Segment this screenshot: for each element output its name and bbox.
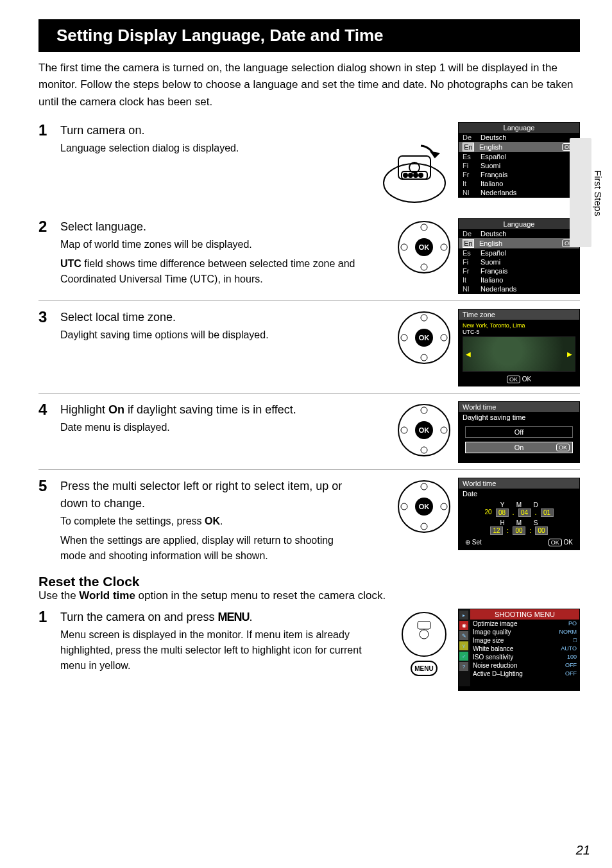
menu-value: OFF [565, 662, 577, 669]
lang-name: Français [480, 171, 507, 178]
menu-key: Noise reduction [473, 662, 517, 669]
lang-row: DeDeutsch [459, 229, 579, 238]
lang-name: Suomi [480, 162, 500, 169]
step-5-body1: To complete the settings, press OK. [60, 514, 362, 529]
lcd-tz-title: Time zone [459, 309, 579, 320]
menu-value: AUTO [561, 645, 577, 652]
multi-selector-ok-icon: OK [395, 401, 453, 459]
menu-button-label: MENU [217, 611, 249, 623]
lang-row: FiSuomi [459, 257, 579, 266]
svg-point-37 [402, 612, 446, 656]
svg-point-20 [421, 354, 427, 361]
step-number: 2 [38, 218, 60, 294]
lcd-title: World time [459, 478, 579, 489]
svg-point-39 [420, 630, 429, 639]
menu-key: Image quality [473, 629, 511, 636]
lcd-sub: Date [459, 489, 579, 499]
svg-text:OK: OK [419, 334, 430, 342]
side-tab [570, 138, 591, 247]
minute-value: 00 [513, 526, 525, 535]
menu-row: ISO sensitivity100 [470, 653, 579, 661]
rt-pre: Turn the camera on and press [60, 611, 217, 623]
menu-tabs-icon: ▸ ◉ ✎ Y ✓ ? [459, 609, 470, 686]
lang-code: Nl [463, 189, 475, 196]
svg-point-35 [401, 503, 407, 510]
t-post: if daylight saving time is in effect. [124, 403, 296, 416]
arrow-right-icon: ▶ [567, 351, 572, 358]
year-value: 08 [496, 508, 509, 517]
reset-pre: Use the [38, 589, 79, 602]
lang-row: FrFrançais [459, 170, 579, 179]
t-pre: Highlight [60, 403, 108, 416]
arrow-left-icon: ◀ [466, 351, 471, 358]
menu-value: 100 [567, 654, 577, 661]
set-label: ⊕ Set [465, 539, 482, 546]
lang-row: FrFrançais [459, 266, 579, 275]
svg-point-12 [421, 224, 427, 230]
step-4: 4 Highlight On if daylight saving time i… [38, 401, 580, 463]
rt-post: . [249, 611, 252, 623]
lang-code: De [463, 134, 475, 141]
reset-step-1-title: Turn the camera on and press MENU. [60, 609, 362, 626]
shoot-title: SHOOTING MENU [470, 609, 579, 620]
menu-button-icon: MENU [395, 609, 453, 679]
lang-row: ItItaliano [459, 275, 579, 284]
lang-name: Nederlands [480, 189, 516, 196]
svg-point-28 [401, 427, 407, 433]
lang-name: English [479, 143, 502, 151]
divider [38, 300, 580, 301]
on-label: On [514, 444, 524, 451]
tz-utc: UTC-5 [463, 329, 575, 335]
side-label: First Steps [593, 170, 604, 216]
svg-point-29 [441, 427, 447, 433]
svg-point-26 [421, 407, 427, 413]
step-number: 3 [38, 309, 60, 386]
step-number: 4 [38, 401, 60, 463]
lang-name: English [479, 239, 502, 247]
reset-step-1-body: Menu screen is displayed in the monitor.… [60, 627, 362, 673]
reset-heading: Reset the Clock [38, 574, 580, 589]
step-4-body: Date menu is displayed. [60, 420, 362, 435]
step-1-body: Language selection dialog is displayed. [60, 141, 362, 156]
divider [38, 393, 580, 394]
svg-marker-3 [431, 152, 439, 157]
lang-code: It [463, 276, 475, 284]
tz-location: New York, Toronto, Lima [463, 322, 575, 329]
menu-key: Image size [473, 637, 504, 644]
lang-row: EnEnglishOK [459, 238, 579, 248]
tab-play-icon: ▸ [459, 611, 468, 620]
svg-point-19 [421, 315, 427, 321]
lang-row: FiSuomi [459, 161, 579, 170]
svg-text:OK: OK [419, 243, 430, 251]
s-label: S [529, 519, 542, 526]
lang-row: EnEnglishOK [459, 142, 579, 152]
step-3-body: Daylight saving time options will be dis… [60, 327, 362, 343]
step-1-title: Turn camera on. [60, 122, 362, 139]
month-value: 04 [518, 508, 531, 517]
menu-row: Image size□ [470, 636, 579, 645]
step-2-body2: UTC field shows time difference between … [60, 256, 362, 287]
step-5-body2: When the settings are applied, display w… [60, 533, 362, 564]
svg-point-33 [421, 483, 427, 490]
svg-point-21 [401, 334, 407, 341]
step-number: 1 [38, 609, 60, 691]
lcd-title: World time [459, 402, 579, 412]
reset-text: Use the World time option in the setup m… [38, 589, 580, 602]
lang-row: EsEspañol [459, 248, 579, 257]
multi-selector-ok-icon: OK [395, 218, 453, 276]
on-bold: On [108, 403, 124, 416]
menu-key: White balance [473, 645, 513, 652]
tab-camera-icon: ◉ [459, 621, 468, 630]
dst-screen: World time Daylight saving time Off On O… [458, 401, 580, 463]
lcd-title: Language [459, 219, 579, 229]
svg-point-22 [441, 334, 447, 341]
svg-point-36 [441, 503, 447, 510]
lang-row: ItItaliano [459, 179, 579, 188]
d-label: D [529, 501, 542, 508]
menu-value: NORM [559, 629, 577, 636]
language-screen-2: Language DeDeutschEnEnglishOKEsEspañolFi… [458, 218, 580, 294]
multi-selector-ok-icon: OK [395, 478, 453, 535]
tab-retouch-icon: ✓ [459, 652, 468, 661]
step-1: 1 Turn camera on. Language selection dia… [38, 122, 580, 212]
lang-name: Nederlands [480, 285, 516, 293]
